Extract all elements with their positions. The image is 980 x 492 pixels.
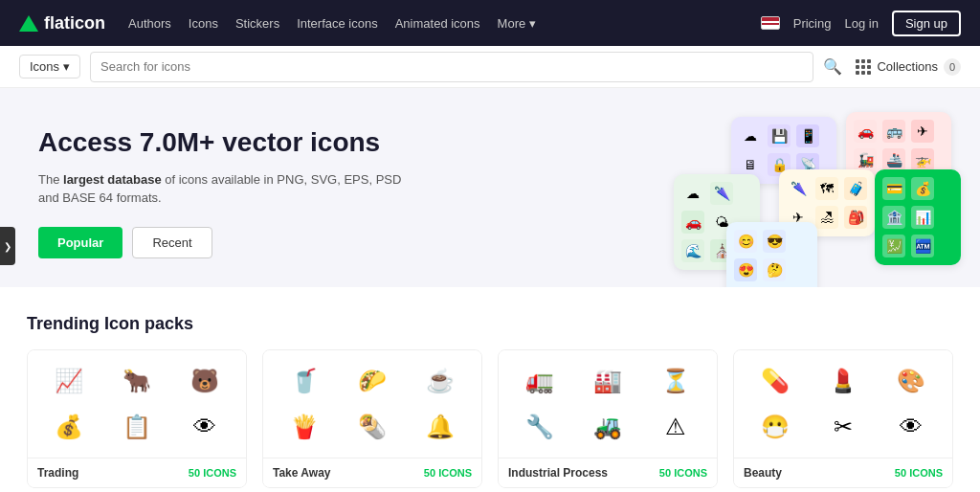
hero-icon-card-5: 💳 💰 🏦 📊 💹 🏧 — [875, 169, 961, 265]
search-bar: Icons ▾ 🔍 Collections 0 — [0, 46, 980, 88]
collections-button[interactable]: Collections 0 — [856, 58, 961, 76]
trending-section: Trending Icon packs 📈🐂🐻💰📋👁Trading50 ICON… — [0, 287, 980, 492]
search-type-button[interactable]: Icons ▾ — [19, 55, 80, 78]
pack-icon: 🏭 — [576, 360, 640, 402]
icon-pack-preview: 🥤🌮☕🍟🌯🔔 — [263, 350, 481, 458]
nav-link-item[interactable]: Interface icons — [297, 14, 378, 32]
nav-link-item[interactable]: Animated icons — [395, 14, 480, 32]
nav-link-item[interactable]: More ▾ — [498, 14, 536, 32]
icon-pack-footer: Trading50 ICONS — [28, 458, 246, 487]
pack-icon: ⏳ — [643, 360, 707, 402]
pack-icon: 📈 — [37, 360, 101, 402]
pack-icon: 💰 — [37, 406, 101, 448]
pack-icon: 🚜 — [576, 406, 640, 448]
pack-icon: ☕ — [408, 360, 472, 402]
pack-count: 50 ICONS — [659, 467, 707, 479]
navbar-right: Pricing Log in Sign up — [761, 11, 961, 36]
pack-icon: 🐂 — [105, 360, 169, 402]
pack-icon: 📋 — [105, 406, 169, 448]
chevron-down-icon: ▾ — [63, 59, 70, 74]
search-input-wrap — [90, 52, 813, 82]
nav-link-item[interactable]: Stickers — [235, 14, 279, 32]
icon-pack-preview: 🚛🏭⏳🔧🚜⚠ — [499, 350, 717, 458]
icon-pack-preview: 💊💄🎨😷✂👁 — [734, 350, 952, 458]
nav-link-item[interactable]: Icons — [189, 14, 218, 32]
pack-icon: ✂ — [812, 406, 876, 448]
hero-desc-bold: largest database — [63, 172, 162, 187]
collections-grid-icon — [856, 59, 871, 75]
nav-link[interactable]: Icons — [189, 16, 218, 31]
sidebar-arrow-icon: ❯ — [4, 241, 11, 252]
pack-icon: 🍟 — [273, 406, 337, 448]
icon-pack-card[interactable]: 🚛🏭⏳🔧🚜⚠Industrial Process50 ICONS — [498, 349, 718, 488]
icon-pack-preview: 📈🐂🐻💰📋👁 — [28, 350, 246, 458]
icon-pack-footer: Industrial Process50 ICONS — [499, 458, 717, 487]
nav-link[interactable]: Stickers — [235, 16, 279, 31]
signup-button[interactable]: Sign up — [892, 11, 961, 36]
icon-packs-grid: 📈🐂🐻💰📋👁Trading50 ICONS🥤🌮☕🍟🌯🔔Take Away50 I… — [27, 349, 953, 488]
sidebar-toggle[interactable]: ❯ — [0, 227, 15, 265]
pack-count: 50 ICONS — [189, 467, 236, 479]
hero-icon-card-6: 😊 😎 😍 🤔 😴 🤩 — [726, 222, 817, 287]
pack-name: Beauty — [744, 466, 782, 480]
collections-label: Collections — [877, 59, 938, 74]
nav-link-item[interactable]: Authors — [128, 14, 171, 32]
nav-link[interactable]: More ▾ — [498, 16, 536, 31]
popular-button[interactable]: Popular — [38, 227, 122, 258]
pack-icon: 💊 — [744, 360, 808, 402]
search-icon-button[interactable]: 🔍 — [823, 57, 842, 76]
pack-icon: 🔧 — [508, 406, 572, 448]
navbar: flaticon AuthorsIconsStickersInterface i… — [0, 0, 980, 46]
pack-icon: 🌯 — [341, 406, 405, 448]
pack-icon: 🐻 — [172, 360, 236, 402]
icon-pack-card[interactable]: 💊💄🎨😷✂👁Beauty50 ICONS — [733, 349, 953, 488]
icon-pack-footer: Take Away50 ICONS — [263, 458, 481, 487]
collections-count: 0 — [944, 58, 961, 76]
hero-buttons: Popular Recent — [38, 227, 421, 258]
search-right-area: 🔍 Collections 0 — [823, 57, 961, 76]
search-type-label: Icons — [30, 59, 59, 74]
nav-link[interactable]: Interface icons — [297, 16, 378, 31]
logo[interactable]: flaticon — [19, 13, 105, 34]
pack-name: Take Away — [273, 466, 330, 480]
pack-name: Trading — [37, 466, 78, 480]
pack-icon: 😷 — [744, 406, 808, 448]
pack-icon: 💄 — [812, 360, 876, 402]
login-link[interactable]: Log in — [844, 16, 878, 31]
logo-icon — [19, 15, 38, 32]
icon-pack-card[interactable]: 🥤🌮☕🍟🌯🔔Take Away50 ICONS — [262, 349, 482, 488]
hero-icon-visualization: ☁ 💾 📱 🖥 🔒 📡 🚗 🚌 ✈ 🚂 🚢 🚁 ☁ 🌂 🚗 🌤 🌊 ⛪ 🌂 🗺 — [549, 107, 951, 260]
recent-button[interactable]: Recent — [132, 227, 212, 258]
pack-icon: ⚠ — [643, 406, 707, 448]
icon-pack-card[interactable]: 📈🐂🐻💰📋👁Trading50 ICONS — [27, 349, 247, 488]
pack-icon: 👁 — [879, 406, 943, 448]
pack-icon: 🌮 — [341, 360, 405, 402]
pack-name: Industrial Process — [508, 466, 608, 480]
pack-icon: 🔔 — [408, 406, 472, 448]
hero-description: The largest database of icons available … — [38, 170, 421, 208]
icon-pack-footer: Beauty50 ICONS — [734, 458, 952, 487]
pack-icon: 🥤 — [273, 360, 337, 402]
nav-links: AuthorsIconsStickersInterface iconsAnima… — [128, 14, 536, 32]
nav-link[interactable]: Authors — [128, 16, 171, 31]
pack-icon: 👁 — [172, 406, 236, 448]
pack-count: 50 ICONS — [895, 467, 943, 479]
pack-icon: 🎨 — [879, 360, 943, 402]
hero-text: Access 7.0M+ vector icons The largest da… — [38, 126, 421, 258]
trending-title: Trending Icon packs — [27, 314, 953, 334]
search-input[interactable] — [100, 59, 803, 74]
nav-link[interactable]: Animated icons — [395, 16, 480, 31]
logo-text: flaticon — [44, 13, 105, 34]
hero-section: Access 7.0M+ vector icons The largest da… — [0, 88, 980, 287]
pack-count: 50 ICONS — [424, 467, 472, 479]
search-icon: 🔍 — [823, 58, 842, 75]
pack-icon: 🚛 — [508, 360, 572, 402]
pricing-link[interactable]: Pricing — [793, 16, 832, 31]
language-flag-icon[interactable] — [761, 16, 780, 30]
hero-title: Access 7.0M+ vector icons — [38, 126, 421, 159]
